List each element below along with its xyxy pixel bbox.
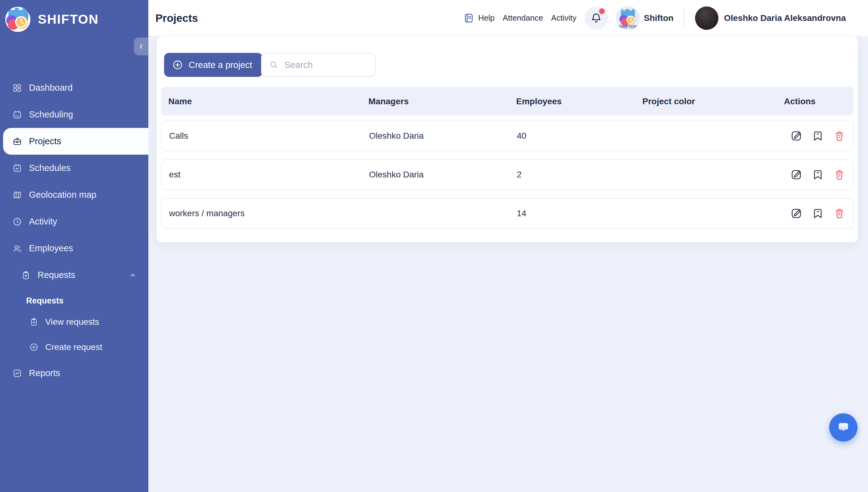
sidebar-item-requests-toggle[interactable]: Requests: [0, 262, 148, 289]
brand-name: SHIFTON: [38, 12, 99, 27]
sidebar-item-label: View requests: [45, 317, 99, 327]
sidebar-item-activity[interactable]: Activity: [0, 208, 148, 235]
calendar-icon: [12, 110, 22, 120]
edit-pencil-icon: [790, 207, 802, 220]
sidebar-item-schedules[interactable]: Schedules: [0, 155, 148, 181]
map-icon: [12, 190, 22, 200]
sidebar-item-view-requests[interactable]: View requests: [0, 309, 148, 335]
nav-link-activity[interactable]: Activity: [551, 13, 576, 23]
sidebar-item-scheduling[interactable]: Scheduling: [0, 101, 148, 128]
page-title: Projects: [156, 0, 198, 36]
project-employees: 14: [517, 208, 643, 218]
edit-pencil-icon: [790, 130, 802, 142]
search-input[interactable]: [284, 60, 368, 70]
nav-link-attendance[interactable]: Attendance: [502, 13, 543, 23]
svg-text:SHIFTON: SHIFTON: [618, 24, 637, 29]
chat-bubble-icon: [836, 419, 851, 436]
trash-icon: [833, 130, 846, 142]
trash-icon: [833, 169, 846, 181]
project-name: est: [169, 170, 369, 179]
table-row: Calls Oleshko Daria 40: [161, 121, 853, 151]
user-avatar: [695, 6, 719, 30]
sidebar-item-employees[interactable]: Employees: [0, 235, 148, 262]
help-button[interactable]: Help: [463, 13, 494, 24]
column-header-name: Name: [168, 97, 369, 106]
clipboard-x-icon: [29, 317, 39, 326]
sidebar-item-create-request[interactable]: Create request: [0, 335, 148, 360]
sidebar-item-label: Activity: [29, 217, 57, 227]
sidebar-item-label: Requests: [38, 270, 75, 280]
table-row: workers / managers 14: [161, 198, 853, 229]
edit-pencil-icon: [790, 169, 802, 181]
search-icon: [268, 60, 279, 70]
top-bar: Projects Help Attendance Activity: [148, 0, 868, 36]
notifications-button[interactable]: [585, 6, 608, 30]
bookmark-icon: [812, 130, 824, 142]
grid-icon: [12, 83, 22, 93]
header-divider: [684, 9, 684, 27]
sidebar-item-label: Employees: [29, 243, 73, 253]
clock-icon: [12, 217, 22, 227]
company-switcher[interactable]: SHIFTON Shifton: [616, 6, 674, 30]
sidebar: SHIFTON Dashboard: [0, 0, 148, 492]
create-project-label: Create a project: [189, 60, 252, 70]
bookmark-button[interactable]: [812, 207, 824, 220]
brand-logo-row[interactable]: SHIFTON: [5, 7, 99, 32]
help-journal-icon: [463, 13, 474, 24]
edit-button[interactable]: [790, 169, 802, 181]
sidebar-item-reports[interactable]: Reports: [0, 360, 148, 387]
sidebar-item-dashboard[interactable]: Dashboard: [0, 74, 148, 101]
people-icon: [12, 244, 22, 253]
sidebar-item-projects[interactable]: Projects: [3, 128, 148, 155]
shifton-logo-icon: [5, 7, 30, 32]
briefcase-icon: [12, 137, 22, 146]
user-name: Oleshko Daria Aleksandrovna: [724, 13, 846, 23]
sidebar-item-label: Geolocation map: [29, 190, 96, 200]
sidebar-item-label: Dashboard: [29, 83, 73, 93]
column-header-project-color: Project color: [642, 97, 784, 106]
search-box: [261, 53, 376, 77]
projects-card: Create a project Name Managers Employees…: [157, 36, 858, 242]
column-header-managers: Managers: [369, 97, 516, 106]
company-avatar: SHIFTON: [616, 6, 640, 30]
delete-button[interactable]: [833, 169, 846, 181]
edit-button[interactable]: [790, 130, 802, 142]
project-managers: Oleshko Daria: [369, 131, 517, 141]
delete-button[interactable]: [833, 130, 846, 142]
sidebar-item-label: Reports: [29, 368, 60, 378]
sidebar-item-label: Projects: [29, 136, 61, 146]
edit-button[interactable]: [790, 207, 802, 220]
sidebar-item-geolocation-map[interactable]: Geolocation map: [0, 181, 148, 208]
plus-circle-icon: [29, 343, 39, 352]
requests-section-label: Requests: [0, 292, 148, 309]
chevron-up-icon: [128, 271, 137, 279]
top-bar-right: Help Attendance Activity: [463, 0, 846, 36]
trend-chart-icon: [12, 368, 22, 378]
delete-button[interactable]: [833, 207, 846, 220]
sidebar-item-label: Scheduling: [29, 109, 73, 120]
sidebar-collapse-button[interactable]: [134, 38, 148, 55]
table-row: est Oleshko Daria 2: [161, 159, 853, 190]
bookmark-button[interactable]: [812, 130, 824, 142]
chevron-left-icon: [138, 43, 145, 50]
column-header-actions: Actions: [784, 97, 846, 106]
sidebar-item-label: Create request: [45, 342, 102, 352]
bookmark-icon: [812, 207, 824, 220]
project-name: Calls: [169, 131, 369, 141]
sidebar-menu: Dashboard Scheduling: [0, 74, 148, 387]
plus-circle-icon: [172, 59, 183, 70]
create-project-button[interactable]: Create a project: [164, 53, 262, 77]
help-label: Help: [478, 13, 494, 23]
sidebar-item-label: Schedules: [29, 163, 70, 173]
table-header-row: Name Managers Employees Project color Ac…: [161, 87, 853, 116]
company-name: Shifton: [644, 13, 674, 23]
calendar-minus-icon: [12, 163, 22, 173]
bookmark-icon: [812, 169, 824, 181]
user-profile[interactable]: Oleshko Daria Aleksandrovna: [695, 6, 846, 30]
column-header-employees: Employees: [516, 97, 642, 106]
chat-widget-button[interactable]: [829, 413, 858, 442]
project-managers: Oleshko Daria: [369, 170, 517, 179]
bookmark-button[interactable]: [812, 169, 824, 181]
app-root: SHIFTON Dashboard: [0, 0, 868, 492]
project-employees: 2: [517, 170, 643, 179]
